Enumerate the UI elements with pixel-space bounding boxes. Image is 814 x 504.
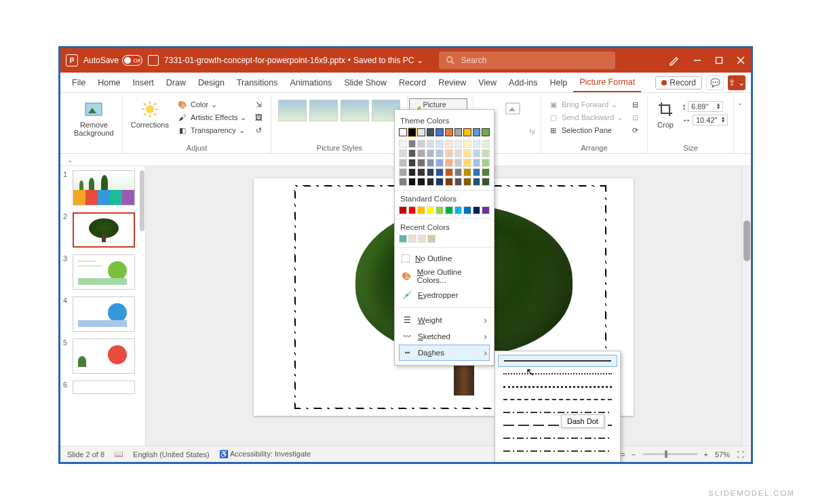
color-swatch[interactable] — [427, 140, 435, 148]
color-swatch[interactable] — [454, 140, 463, 148]
no-outline-item[interactable]: No Outline — [399, 252, 490, 265]
color-swatch[interactable] — [473, 149, 481, 157]
color-swatch[interactable] — [427, 149, 435, 157]
comments-button[interactable]: 💬 — [706, 75, 724, 90]
color-swatch[interactable] — [427, 159, 435, 167]
color-swatch[interactable] — [417, 178, 425, 186]
pen-icon[interactable] — [668, 54, 680, 66]
color-swatch[interactable] — [482, 168, 490, 176]
color-swatch[interactable] — [445, 206, 453, 214]
color-swatch[interactable] — [408, 149, 416, 157]
color-swatch[interactable] — [435, 206, 444, 214]
color-swatch[interactable] — [408, 159, 416, 167]
alt-text-button[interactable] — [501, 98, 525, 120]
tab-add-ins[interactable]: Add-ins — [503, 73, 543, 92]
color-swatch[interactable] — [417, 140, 425, 148]
color-swatch[interactable] — [417, 206, 425, 214]
dash-round-dot[interactable] — [498, 368, 617, 380]
color-swatch[interactable] — [399, 159, 407, 167]
color-swatch[interactable] — [427, 178, 435, 186]
zoom-slider[interactable] — [643, 453, 697, 455]
color-swatch[interactable] — [427, 206, 435, 214]
fit-button[interactable]: ⛶ — [737, 450, 744, 459]
color-swatch[interactable] — [408, 128, 416, 136]
thumbnail-scrollbar[interactable] — [140, 170, 144, 231]
color-swatch[interactable] — [427, 168, 435, 176]
color-swatch[interactable] — [445, 168, 453, 176]
height-input[interactable]: 6.89"▴▾ — [688, 101, 723, 112]
color-swatch[interactable] — [435, 168, 444, 176]
crop-button[interactable]: Crop — [653, 98, 678, 130]
autosave-toggle[interactable]: AutoSave Off — [83, 55, 142, 66]
close-button[interactable] — [736, 56, 745, 65]
color-swatch[interactable] — [435, 149, 444, 157]
dash-square-dot[interactable] — [498, 381, 617, 393]
color-swatch[interactable] — [408, 206, 416, 214]
color-swatch[interactable] — [473, 206, 481, 214]
tab-slide-show[interactable]: Slide Show — [338, 73, 393, 92]
tab-picture-format[interactable]: Picture Format — [573, 73, 641, 92]
maximize-button[interactable] — [714, 56, 724, 65]
color-swatch[interactable] — [427, 235, 435, 243]
color-swatch[interactable] — [454, 149, 463, 157]
language-button[interactable]: English (United States) — [133, 450, 210, 459]
sketched-item[interactable]: 〰Sketched — [399, 328, 490, 345]
color-swatch[interactable] — [463, 140, 471, 148]
weight-item[interactable]: ☰Weight — [399, 312, 490, 328]
color-swatch[interactable] — [399, 128, 407, 136]
picture-style-3[interactable] — [341, 100, 369, 121]
vertical-scrollbar[interactable] — [741, 166, 751, 446]
color-swatch[interactable] — [463, 128, 471, 136]
color-swatch[interactable] — [435, 128, 444, 136]
color-swatch[interactable] — [454, 168, 463, 176]
save-icon[interactable] — [148, 55, 159, 66]
bring-forward-button[interactable]: ▣Bring Forward⌄ — [547, 98, 624, 111]
dash-long-dash-dot-dot[interactable] — [498, 445, 617, 457]
picture-style-1[interactable] — [278, 100, 307, 121]
color-swatch[interactable] — [445, 140, 453, 148]
selection-pane-button[interactable]: ⊞Selection Pane — [547, 124, 624, 136]
color-swatch[interactable] — [408, 178, 416, 186]
color-swatch[interactable] — [482, 149, 490, 157]
color-swatch[interactable] — [399, 206, 407, 214]
zoom-out-button[interactable]: − — [632, 450, 636, 459]
thumbnail-6[interactable] — [73, 381, 135, 394]
tab-insert[interactable]: Insert — [127, 73, 160, 92]
record-button[interactable]: Record — [655, 76, 702, 90]
color-swatch[interactable] — [445, 159, 453, 167]
share-button[interactable]: ⇪ ⌄ — [728, 75, 745, 90]
width-input[interactable]: 10.42"▴▾ — [693, 115, 728, 125]
color-swatch[interactable] — [435, 140, 444, 148]
color-swatch[interactable] — [473, 128, 481, 136]
picture-style-2[interactable] — [309, 100, 338, 121]
compress-button[interactable]: ⇲ — [252, 98, 265, 111]
tab-file[interactable]: File — [66, 73, 92, 92]
tab-animations[interactable]: Animations — [284, 73, 338, 92]
search-input[interactable]: Search — [439, 52, 615, 69]
tab-view[interactable]: View — [472, 73, 503, 92]
color-swatch[interactable] — [473, 159, 481, 167]
eyedropper-item[interactable]: 💉Eyedropper — [399, 287, 490, 303]
group-button[interactable]: ⊡ — [628, 111, 642, 123]
color-swatch[interactable] — [445, 128, 453, 136]
thumbnail-5[interactable] — [73, 338, 135, 374]
color-swatch[interactable] — [408, 168, 416, 176]
color-swatch[interactable] — [482, 178, 490, 186]
color-swatch[interactable] — [473, 140, 481, 148]
color-swatch[interactable] — [418, 235, 426, 243]
color-swatch[interactable] — [399, 140, 407, 148]
color-swatch[interactable] — [454, 178, 463, 186]
color-swatch[interactable] — [417, 128, 425, 136]
color-swatch[interactable] — [399, 168, 407, 176]
send-backward-button[interactable]: ▢Send Backward⌄ — [547, 111, 624, 123]
transparency-button[interactable]: ◧Transparency⌄ — [176, 124, 248, 136]
color-swatch[interactable] — [445, 149, 453, 157]
tab-help[interactable]: Help — [543, 73, 573, 92]
more-lines-item[interactable]: ☰More Lines... — [498, 463, 617, 464]
collapse-ribbon-icon[interactable]: ⌄ — [737, 98, 743, 106]
color-swatch[interactable] — [463, 159, 471, 167]
more-outline-colors-item[interactable]: 🎨More Outline Colors... — [399, 265, 490, 287]
color-swatch[interactable] — [435, 178, 444, 186]
color-swatch[interactable] — [399, 149, 407, 157]
change-picture-button[interactable]: 🖼 — [252, 111, 265, 123]
